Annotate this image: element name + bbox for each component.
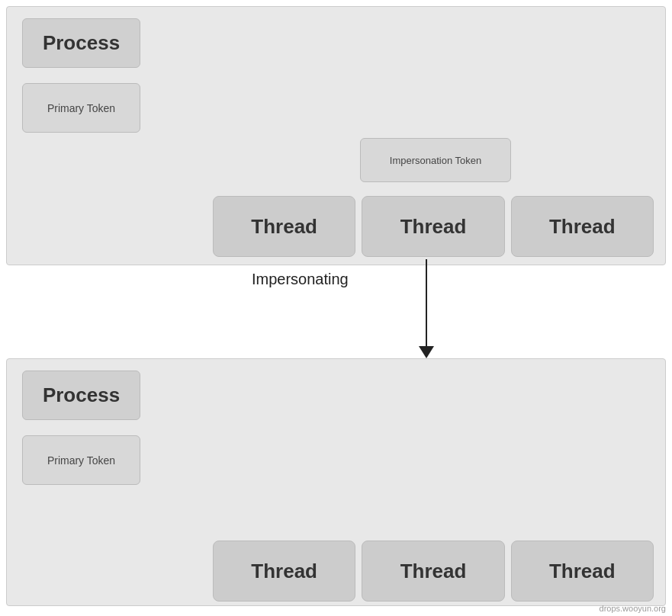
top-thread-2: Thread bbox=[362, 196, 504, 257]
bottom-threads-row: Thread Thread Thread bbox=[213, 541, 654, 602]
bottom-process-label: Process bbox=[22, 371, 140, 420]
top-thread-3: Thread bbox=[511, 196, 654, 257]
impersonation-token: Impersonation Token bbox=[360, 138, 511, 182]
top-threads-row: Thread Thread Thread bbox=[213, 196, 654, 257]
impersonating-label: Impersonating bbox=[252, 271, 349, 288]
top-primary-token: Primary Token bbox=[22, 83, 140, 133]
arrow-line bbox=[426, 259, 427, 349]
top-process-label: Process bbox=[22, 18, 140, 68]
bottom-process-box: Process Primary Token Thread Thread Thre… bbox=[6, 358, 666, 606]
watermark: drops.wooyun.org bbox=[600, 604, 666, 613]
top-process-box: Process Primary Token Impersonation Toke… bbox=[6, 6, 666, 265]
top-thread-1: Thread bbox=[213, 196, 355, 257]
arrow-head bbox=[419, 346, 434, 358]
diagram-container: Process Primary Token Impersonation Toke… bbox=[0, 0, 672, 616]
bottom-thread-3: Thread bbox=[511, 541, 654, 602]
bottom-thread-1: Thread bbox=[213, 541, 355, 602]
bottom-thread-2: Thread bbox=[362, 541, 504, 602]
bottom-primary-token: Primary Token bbox=[22, 435, 140, 485]
